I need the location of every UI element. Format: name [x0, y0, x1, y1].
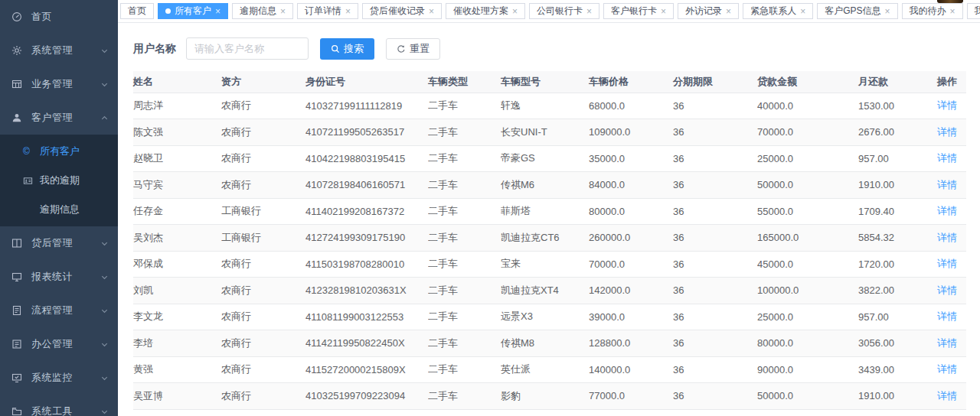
close-icon[interactable]: ×: [950, 7, 956, 16]
tab-11[interactable]: 我的待办×: [902, 3, 963, 19]
sidebar-item-home[interactable]: 首页: [0, 0, 118, 34]
detail-link[interactable]: 详情: [937, 390, 957, 401]
sidebar-submenu: ©所有客户我的逾期逾期信息: [0, 135, 118, 226]
tab-4[interactable]: 贷后催收记录×: [362, 3, 442, 19]
cell-loan_amount: 25000.0: [757, 304, 858, 330]
tab-2[interactable]: 逾期信息×: [232, 3, 293, 19]
grid-icon: [11, 79, 24, 90]
cell-monthly_payment: 3439.00: [858, 356, 923, 383]
detail-link[interactable]: 详情: [937, 205, 957, 216]
cell-name: 刘凯: [133, 278, 221, 304]
cell-loan_amount: 50000.0: [757, 172, 858, 199]
sidebar-item-5[interactable]: 报表统计: [0, 260, 118, 294]
cell-installments: 36: [673, 198, 757, 225]
search-button[interactable]: 搜索: [320, 38, 374, 60]
tab-6[interactable]: 公司银行卡×: [529, 3, 599, 19]
reset-button[interactable]: 重置: [386, 38, 440, 60]
cell-installments: 36: [673, 225, 757, 252]
tab-7[interactable]: 客户银行卡×: [603, 3, 674, 19]
detail-link[interactable]: 详情: [937, 337, 957, 349]
close-icon[interactable]: ×: [800, 7, 805, 16]
cell-vehicle_price: 142000.0: [589, 278, 673, 304]
cell-name: 贾文博: [133, 409, 221, 416]
detail-link[interactable]: 详情: [937, 99, 957, 111]
cell-funder: 农商行: [221, 278, 305, 304]
sidebar-item-label: 客户管理: [31, 111, 100, 125]
search-button-label: 搜索: [344, 42, 364, 56]
tab-12[interactable]: 我的流程×: [967, 3, 980, 19]
close-icon[interactable]: ×: [345, 7, 351, 16]
cell-loan_amount: 100000.0: [757, 278, 858, 304]
table-row: 邓保成农商行411503198708280010二手车宝来70000.03645…: [133, 251, 966, 278]
tab-1[interactable]: 所有客户×: [158, 3, 228, 19]
tab-label: 客户银行卡: [611, 5, 657, 18]
sidebar-item-label: 报表统计: [31, 270, 100, 284]
detail-link[interactable]: 详情: [937, 232, 957, 243]
detail-link[interactable]: 详情: [937, 363, 957, 375]
cell-vehicle_type: 二手车: [428, 304, 501, 330]
close-icon[interactable]: ×: [215, 7, 220, 16]
detail-link[interactable]: 详情: [937, 126, 957, 138]
close-icon[interactable]: ×: [726, 7, 731, 16]
monitor-icon: [11, 271, 24, 283]
cell-action: 详情: [923, 198, 966, 225]
sidebar-item-4[interactable]: 贷后管理: [0, 226, 118, 260]
cell-loan_amount: 25000.0: [757, 145, 858, 172]
cell-funder: 工商银行: [221, 225, 305, 252]
cell-action: 详情: [923, 409, 966, 416]
tab-5[interactable]: 催收处理方案×: [446, 3, 525, 19]
close-icon[interactable]: ×: [884, 7, 890, 16]
tab-10[interactable]: 客户GPS信息×: [817, 3, 897, 19]
customer-name-input[interactable]: [186, 37, 309, 60]
cell-loan_amount: 90000.0: [757, 356, 858, 383]
detail-link[interactable]: 详情: [937, 258, 957, 269]
cell-funder: 农商行: [221, 119, 305, 146]
detail-link[interactable]: 详情: [937, 310, 957, 322]
column-header: 月还款: [858, 71, 923, 93]
cell-vehicle_type: 二手车: [428, 356, 501, 383]
tab-3[interactable]: 订单详情×: [297, 3, 358, 19]
column-header: 车辆价格: [589, 71, 673, 93]
app-root: 首页系统管理业务管理客户管理©所有客户我的逾期逾期信息贷后管理报表统计流程管理办…: [0, 0, 980, 416]
tab-label: 贷后催收记录: [370, 5, 425, 18]
cell-vehicle_price: 109000.0: [589, 119, 673, 146]
cell-name: 吴刘杰: [133, 225, 221, 252]
sidebar-subitem-2[interactable]: 逾期信息: [0, 195, 118, 224]
sidebar-item-6[interactable]: 流程管理: [0, 294, 118, 327]
cell-action: 详情: [923, 251, 966, 278]
close-icon[interactable]: ×: [661, 7, 666, 16]
detail-link[interactable]: 详情: [937, 152, 957, 164]
cell-vehicle_type: 二手车: [428, 225, 501, 252]
close-icon[interactable]: ×: [512, 7, 518, 16]
cell-vehicle_model: 帝豪GS: [501, 145, 589, 172]
close-icon[interactable]: ×: [280, 7, 286, 16]
sidebar: 首页系统管理业务管理客户管理©所有客户我的逾期逾期信息贷后管理报表统计流程管理办…: [0, 0, 118, 416]
sidebar-subitem-1[interactable]: 我的逾期: [0, 166, 118, 195]
tab-label: 所有客户: [175, 5, 211, 18]
close-icon[interactable]: ×: [429, 7, 434, 16]
sidebar-item-2[interactable]: 业务管理: [0, 67, 118, 101]
sidebar-item-7[interactable]: 办公管理: [0, 327, 118, 361]
cell-installments: 36: [673, 356, 757, 383]
close-icon[interactable]: ×: [586, 7, 592, 16]
sidebar-item-1[interactable]: 系统管理: [0, 34, 118, 67]
cell-monthly_payment: 3822.00: [858, 278, 923, 304]
cell-monthly_payment: 3056.00: [858, 330, 923, 357]
cell-vehicle_type: 二手车: [428, 172, 501, 199]
detail-link[interactable]: 详情: [937, 179, 957, 190]
sidebar-item-9[interactable]: 系统工具: [0, 395, 118, 416]
avatar[interactable]: [937, 0, 963, 3]
tab-0[interactable]: 首页: [120, 3, 154, 19]
cell-installments: 36: [673, 330, 757, 357]
tab-9[interactable]: 紧急联系人×: [743, 3, 813, 19]
sidebar-item-3[interactable]: 客户管理: [0, 101, 118, 135]
cell-name: 吴亚博: [133, 383, 221, 410]
sidebar-item-8[interactable]: 系统监控: [0, 361, 118, 395]
table-row: 刘凯农商行41232819810203631X二手车凯迪拉克XT4142000.…: [133, 278, 966, 304]
cell-id_number: 411081199003122553: [305, 304, 428, 330]
tab-8[interactable]: 外访记录×: [678, 3, 739, 19]
tab-label: 催收处理方案: [453, 5, 508, 18]
cell-vehicle_price: 260000.0: [589, 225, 673, 252]
sidebar-subitem-0[interactable]: ©所有客户: [0, 137, 118, 166]
detail-link[interactable]: 详情: [937, 284, 957, 296]
